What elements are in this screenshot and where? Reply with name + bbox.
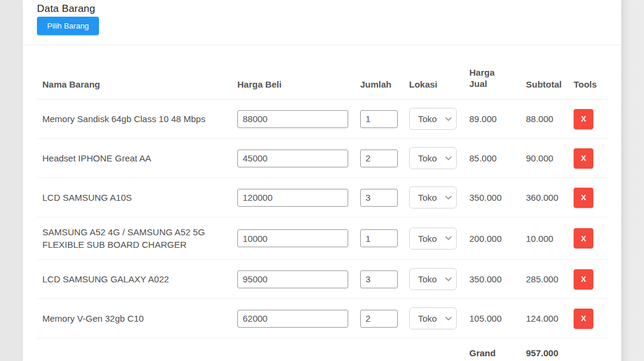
- delete-row-button[interactable]: X: [574, 109, 593, 129]
- harga-jual-value: 350.000: [469, 178, 526, 217]
- header-jumlah: Jumlah: [360, 45, 409, 99]
- page-title: Data Barang: [37, 3, 607, 15]
- grand-total-label: Grand Total :: [469, 338, 526, 361]
- harga-beli-input[interactable]: [237, 270, 348, 288]
- lokasi-select[interactable]: Toko: [409, 228, 457, 250]
- jumlah-input[interactable]: [360, 150, 398, 167]
- table-row: LCD SAMSUNG A10S Toko 350.000 360.000 X: [37, 178, 607, 217]
- delete-row-button[interactable]: X: [574, 188, 593, 208]
- subtotal-value: 90.000: [526, 139, 574, 178]
- table-row: Headset IPHONE Great AA Toko 85.000 90.0…: [37, 139, 607, 178]
- item-name: Headset IPHONE Great AA: [37, 139, 237, 178]
- header-subtotal: Subtotal: [526, 45, 574, 99]
- jumlah-input[interactable]: [360, 189, 398, 207]
- item-name: Memory Sandisk 64gb Class 10 48 Mbps: [37, 99, 237, 139]
- subtotal-value: 285.000: [526, 260, 574, 299]
- harga-beli-input[interactable]: [237, 110, 348, 128]
- harga-jual-value: 350.000: [469, 260, 526, 299]
- item-name: SAMSUNG A52 4G / SAMSUNG A52 5G FLEXIBLE…: [37, 217, 237, 260]
- harga-jual-value: 85.000: [469, 139, 526, 178]
- lokasi-select[interactable]: Toko: [409, 147, 457, 169]
- pilih-barang-button[interactable]: Pilih Barang: [37, 17, 99, 35]
- subtotal-value: 10.000: [526, 217, 574, 260]
- subtotal-value: 360.000: [526, 178, 574, 217]
- jumlah-input[interactable]: [360, 110, 398, 128]
- lokasi-select[interactable]: Toko: [409, 186, 457, 208]
- header-nama-barang: Nama Barang: [37, 45, 237, 99]
- lokasi-select-wrap: Toko: [409, 108, 457, 130]
- delete-row-button[interactable]: X: [574, 148, 593, 169]
- harga-beli-input[interactable]: [237, 150, 348, 167]
- page-gutter-left: [0, 0, 23, 361]
- lokasi-select[interactable]: Toko: [409, 307, 457, 329]
- header-harga-jual: Harga Jual: [469, 45, 526, 99]
- lokasi-select-wrap: Toko: [409, 268, 457, 290]
- card-body: Nama Barang Harga Beli Jumlah Lokasi Har…: [23, 45, 621, 361]
- lokasi-select-wrap: Toko: [409, 307, 457, 329]
- lokasi-select-wrap: Toko: [409, 186, 457, 208]
- table-header: Nama Barang Harga Beli Jumlah Lokasi Har…: [37, 45, 607, 99]
- harga-jual-value: 89.000: [469, 99, 526, 139]
- lokasi-select-wrap: Toko: [409, 147, 457, 169]
- delete-row-button[interactable]: X: [574, 309, 593, 329]
- lokasi-select-wrap: Toko: [409, 228, 457, 250]
- lokasi-select[interactable]: Toko: [409, 268, 457, 290]
- item-name: LCD SAMSUNG A10S: [37, 178, 237, 217]
- table-row: Memory Sandisk 64gb Class 10 48 Mbps Tok…: [37, 99, 607, 139]
- grand-total-value: 957.000: [526, 338, 574, 361]
- header-tools: Tools: [574, 45, 607, 99]
- item-name: Memory V-Gen 32gb C10: [37, 299, 237, 338]
- harga-jual-value: 200.000: [469, 217, 526, 260]
- subtotal-value: 88.000: [526, 99, 574, 139]
- data-barang-card: Data Barang Pilih Barang Nama Barang Har…: [23, 0, 621, 361]
- lokasi-select[interactable]: Toko: [409, 108, 457, 130]
- header-lokasi: Lokasi: [409, 45, 469, 99]
- jumlah-input[interactable]: [360, 310, 398, 328]
- table-row: Memory V-Gen 32gb C10 Toko 105.000 124.0…: [37, 299, 607, 338]
- harga-beli-input[interactable]: [237, 310, 348, 328]
- jumlah-input[interactable]: [360, 229, 398, 247]
- table-row: LCD SAMSUNG GALAXY A022 Toko 350.000 285…: [37, 260, 607, 299]
- grand-total-row: Grand Total : 957.000: [37, 338, 607, 361]
- table-row: SAMSUNG A52 4G / SAMSUNG A52 5G FLEXIBLE…: [37, 217, 607, 260]
- delete-row-button[interactable]: X: [574, 269, 593, 290]
- jumlah-input[interactable]: [360, 270, 398, 288]
- goods-table: Nama Barang Harga Beli Jumlah Lokasi Har…: [37, 45, 607, 361]
- table-body: Memory Sandisk 64gb Class 10 48 Mbps Tok…: [37, 99, 607, 338]
- page-gutter-right: [621, 0, 644, 361]
- item-name: LCD SAMSUNG GALAXY A022: [37, 260, 237, 299]
- header-harga-beli: Harga Beli: [237, 45, 360, 99]
- table-footer: Grand Total : 957.000: [37, 338, 607, 361]
- harga-beli-input[interactable]: [237, 229, 348, 247]
- card-header: Data Barang Pilih Barang: [23, 0, 621, 45]
- page: Data Barang Pilih Barang Nama Barang Har…: [0, 0, 644, 361]
- delete-row-button[interactable]: X: [574, 228, 593, 248]
- subtotal-value: 124.000: [526, 299, 574, 338]
- harga-beli-input[interactable]: [237, 189, 348, 207]
- harga-jual-value: 105.000: [469, 299, 526, 338]
